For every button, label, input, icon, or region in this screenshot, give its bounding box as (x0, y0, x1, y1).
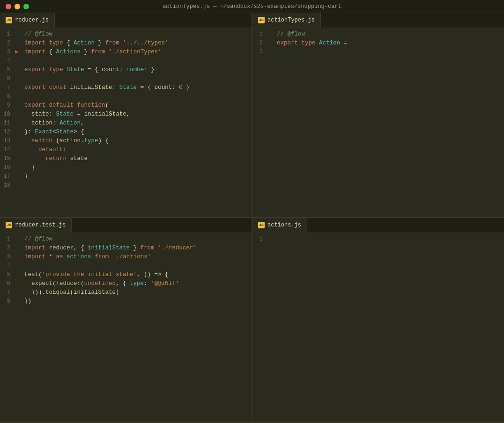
code-line: 9 export default function( (0, 101, 252, 110)
tab-label: actions.js (267, 222, 301, 228)
code-line: 7 })).toEqual(initialState) (0, 288, 252, 297)
code-area-top-right[interactable]: 1 // @flow 2 export type Action = 3 (252, 28, 504, 217)
window-controls[interactable] (6, 4, 29, 9)
tab-reducer-test-js[interactable]: JS reducer.test.js (0, 218, 72, 233)
code-line: 8 }) (0, 297, 252, 306)
tab-reducer-js[interactable]: JS reducer.js (0, 13, 55, 28)
code-line: 18 (0, 181, 252, 190)
code-line: 16 } (0, 163, 252, 172)
tab-bar-bottom-right: JS actions.js (252, 218, 504, 233)
js-icon: JS (258, 222, 265, 228)
tab-label: actionTypes.js (267, 17, 315, 23)
code-line: 7 export const initialState: State = { c… (0, 83, 252, 92)
code-line: 17 } (0, 172, 252, 181)
pane-top-left: JS reducer.js 1 // @flow 2 import type {… (0, 13, 252, 217)
code-line: 3 (252, 48, 504, 57)
editor-area: JS reducer.js 1 // @flow 2 import type {… (0, 13, 504, 423)
pane-top-right: JS actionTypes.js 1 // @flow 2 export ty… (252, 13, 504, 217)
tab-label: reducer.test.js (15, 222, 66, 228)
code-line: 11 action: Action, (0, 119, 252, 128)
code-line: 2 import type { Action } from '../../typ… (0, 39, 252, 48)
code-line: 3 ▶ import { Actions } from './actionTyp… (0, 48, 252, 57)
top-pane-row: JS reducer.js 1 // @flow 2 import type {… (0, 13, 504, 218)
code-line: 1 // @flow (252, 30, 504, 39)
code-line: 2 export type Action = (252, 39, 504, 48)
code-line: 6 (0, 74, 252, 83)
tab-label: reducer.js (15, 17, 49, 23)
code-line: 15 return state (0, 154, 252, 163)
tab-actiontypes-js[interactable]: JS actionTypes.js (252, 13, 321, 28)
pane-bottom-left: JS reducer.test.js 1 // @flow 2 import r… (0, 218, 252, 422)
code-area-top-left[interactable]: 1 // @flow 2 import type { Action } from… (0, 28, 252, 217)
code-line: 4 (0, 57, 252, 66)
js-icon: JS (258, 17, 265, 23)
code-line: 5 test('provide the initial state', () =… (0, 270, 252, 279)
code-line: 3 import * as actions from './actions' (0, 253, 252, 262)
minimize-button[interactable] (15, 4, 20, 9)
code-area-bottom-left[interactable]: 1 // @flow 2 import reducer, { initialSt… (0, 233, 252, 422)
tab-bar-top-left: JS reducer.js (0, 13, 252, 28)
js-icon: JS (6, 17, 12, 23)
code-line: 12 ): Exact<State> { (0, 128, 252, 137)
code-line: 1 // @flow (0, 235, 252, 244)
code-line: 14 default: (0, 146, 252, 154)
js-icon: JS (6, 222, 12, 228)
code-line: 13 switch (action.type) { (0, 137, 252, 146)
window-title: actionTypes.js — ~/sandbox/s2s-examples/… (163, 3, 341, 10)
code-line: 10 state: State = initialState, (0, 110, 252, 119)
tab-bar-top-right: JS actionTypes.js (252, 13, 504, 28)
pane-bottom-right: JS actions.js 1 (252, 218, 504, 422)
code-line: 6 expect(reducer(undefined, { type: '@@I… (0, 279, 252, 288)
code-line: 2 import reducer, { initialState } from … (0, 244, 252, 253)
titlebar: actionTypes.js — ~/sandbox/s2s-examples/… (0, 0, 504, 13)
code-line: 5 export type State = { count: number } (0, 66, 252, 74)
bottom-pane-row: JS reducer.test.js 1 // @flow 2 import r… (0, 218, 504, 423)
code-line: 4 (0, 262, 252, 270)
tab-actions-js[interactable]: JS actions.js (252, 218, 307, 233)
code-line: 8 (0, 92, 252, 101)
tab-bar-bottom-left: JS reducer.test.js (0, 218, 252, 233)
maximize-button[interactable] (23, 4, 29, 9)
code-line: 1 // @flow (0, 30, 252, 39)
code-line: 1 (252, 235, 504, 244)
close-button[interactable] (6, 4, 11, 9)
code-area-bottom-right[interactable]: 1 (252, 233, 504, 422)
